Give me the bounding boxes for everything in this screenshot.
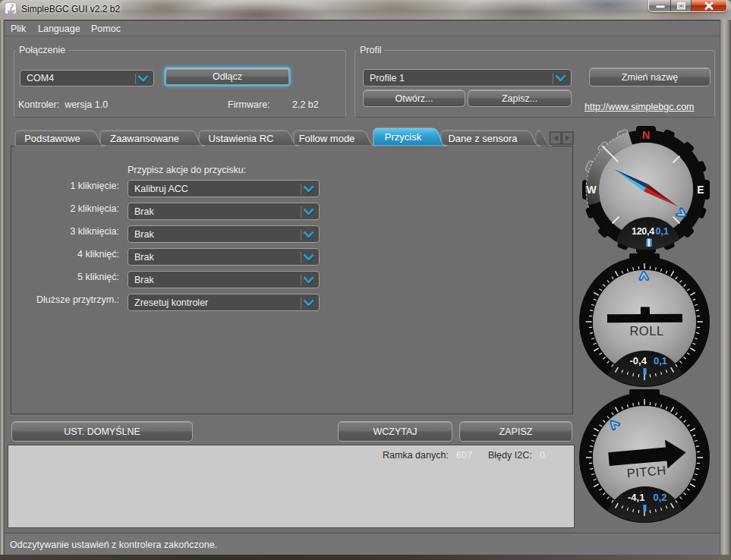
svg-text:0,1: 0,1: [654, 355, 667, 367]
svg-text:Podstawowe: Podstawowe: [24, 133, 80, 144]
svg-text:120,4: 120,4: [632, 226, 654, 237]
svg-text:E: E: [697, 184, 704, 196]
svg-text:0,1: 0,1: [656, 226, 669, 237]
svg-text:-4,1: -4,1: [628, 492, 644, 503]
svg-text:0,2: 0,2: [654, 492, 667, 503]
svg-text:N: N: [642, 129, 650, 141]
svg-text:W: W: [586, 184, 597, 196]
svg-text:ROLL: ROLL: [629, 324, 663, 338]
svg-text:Przycisk: Przycisk: [385, 131, 422, 143]
svg-text:Follow mode: Follow mode: [299, 133, 355, 144]
svg-text:Zaawansowane: Zaawansowane: [110, 133, 179, 144]
svg-text:-0,4: -0,4: [630, 355, 648, 367]
svg-text:Ustawienia RC: Ustawienia RC: [209, 133, 274, 144]
svg-text:Dane z sensora: Dane z sensora: [448, 133, 518, 144]
